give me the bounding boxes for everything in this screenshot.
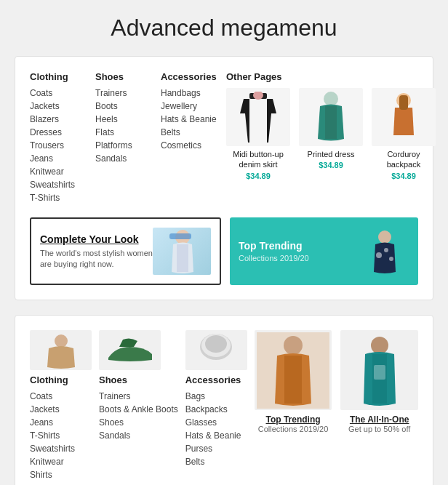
menu2-item-backpacks[interactable]: Backpacks <box>185 404 247 414</box>
svg-rect-7 <box>169 233 191 239</box>
product-card-2[interactable]: Printed dress $34.89 <box>299 88 363 180</box>
product-img-2 <box>299 88 363 146</box>
featured-card-trending[interactable]: Top Trending Collections 2019/20 <box>255 330 332 433</box>
menu-item-flats[interactable]: Flats <box>95 127 153 137</box>
menu-item-blazers[interactable]: Blazers <box>30 114 88 124</box>
svg-point-2 <box>324 92 338 106</box>
menu2-item-jeans[interactable]: Jeans <box>30 417 92 428</box>
menu-item-boots[interactable]: Boots <box>95 101 153 111</box>
banner-trending-text: Top Trending Collections 2019/20 <box>239 240 359 262</box>
menu-item-sweatshirts[interactable]: Sweatshirts <box>30 180 88 190</box>
menu-item-knitwear[interactable]: Knitwear <box>30 167 88 177</box>
menu2-item-tshirts[interactable]: T-Shirts <box>30 430 92 441</box>
menu1-shoes-col: Shoes Trainers Boots Heels Flats Platfor… <box>95 71 161 206</box>
menu2-item-hats[interactable]: Hats & Beanie <box>185 430 247 441</box>
menu2-clothing-img <box>30 330 92 370</box>
svg-rect-19 <box>284 356 302 404</box>
featured-products: Top Trending Collections 2019/20 The All… <box>255 330 418 433</box>
menu2-clothing-col: Clothing Coats Jackets Jeans T-Shirts Sw… <box>30 330 99 483</box>
menu-item-tshirts[interactable]: T-Shirts <box>30 193 88 203</box>
megamenu-panel-2: Clothing Coats Jackets Jeans T-Shirts Sw… <box>15 315 433 485</box>
menu2-shoes-img <box>99 330 161 370</box>
menu2-item-shirts[interactable]: Shirts <box>30 470 92 480</box>
menu2-item-sandals[interactable]: Sandals <box>99 430 178 441</box>
menu2-item-glasses[interactable]: Glasses <box>185 417 247 428</box>
menu2-accessories-col: Accessories Bags Backpacks Glasses Hats … <box>185 330 255 470</box>
menu-item-platforms[interactable]: Platforms <box>95 140 153 151</box>
menu1-columns: Clothing Coats Jackets Blazers Dresses T… <box>30 71 418 206</box>
product-price-3: $34.89 <box>372 172 436 180</box>
banner-trending-image <box>359 228 409 275</box>
svg-point-16 <box>205 335 227 353</box>
banner-complete-sub: The world's most stylish women are buyin… <box>40 248 153 269</box>
banner-complete-title: Complete Your Look <box>40 233 153 245</box>
menu-item-dresses[interactable]: Dresses <box>30 127 88 137</box>
menu2-item-purses[interactable]: Purses <box>185 444 247 454</box>
menu1-clothing-header: Clothing <box>30 71 88 82</box>
menu-item-jeans[interactable]: Jeans <box>30 153 88 164</box>
product-price-2: $34.89 <box>299 161 363 169</box>
banner-top-trending[interactable]: Top Trending Collections 2019/20 <box>230 217 418 285</box>
featured-label-trending: Top Trending <box>255 414 332 425</box>
other-pages-products: Midi button-up denim skirt $34.89 Printe… <box>226 88 411 180</box>
banner-complete-image <box>153 228 211 275</box>
menu2-item-trainers[interactable]: Trainers <box>99 391 178 401</box>
featured-img-trending <box>255 330 332 410</box>
menu-item-trousers[interactable]: Trousers <box>30 140 88 151</box>
menu-item-trainers[interactable]: Trainers <box>95 88 153 98</box>
menu1-other-header: Other Pages <box>226 71 411 82</box>
svg-point-10 <box>376 252 382 258</box>
menu1-banner-row: Complete Your Look The world's most styl… <box>30 217 418 285</box>
menu2-item-knitwear[interactable]: Knitwear <box>30 457 92 467</box>
product-card-3[interactable]: Corduroy backpack $34.89 <box>372 88 436 180</box>
featured-img-allinone <box>340 330 418 410</box>
menu1-shoes-header: Shoes <box>95 71 153 82</box>
menu-item-jackets[interactable]: Jackets <box>30 101 88 111</box>
product-name-1: Midi button-up denim skirt <box>226 149 290 170</box>
featured-sublabel-trending: Collections 2019/20 <box>255 425 332 433</box>
menu2-shoes-header: Shoes <box>99 374 178 385</box>
menu2-item-coats[interactable]: Coats <box>30 391 92 401</box>
menu2-accessories-img <box>185 330 247 370</box>
product-img-3 <box>372 88 436 146</box>
menu-item-jewellery[interactable]: Jewellery <box>161 101 219 111</box>
menu2-item-shoes[interactable]: Shoes <box>99 417 178 428</box>
menu-item-coats[interactable]: Coats <box>30 88 88 98</box>
menu2-columns: Clothing Coats Jackets Jeans T-Shirts Sw… <box>30 330 418 483</box>
menu-item-belts[interactable]: Belts <box>161 127 219 137</box>
banner-trending-title: Top Trending <box>239 240 359 252</box>
menu-item-heels[interactable]: Heels <box>95 114 153 124</box>
menu-item-handbags[interactable]: Handbags <box>161 88 219 98</box>
menu-item-sandals[interactable]: Sandals <box>95 153 153 164</box>
product-img-1 <box>226 88 290 146</box>
menu-item-cosmetics[interactable]: Cosmetics <box>161 140 219 151</box>
svg-point-9 <box>378 231 391 244</box>
product-name-3: Corduroy backpack <box>372 149 436 170</box>
banner-complete-text: Complete Your Look The world's most styl… <box>40 233 153 269</box>
menu1-acc-header: Accessories <box>161 71 219 82</box>
featured-card-allinone[interactable]: The All-In-One Get up to 50% off <box>340 330 418 433</box>
svg-rect-23 <box>374 365 385 380</box>
svg-point-18 <box>284 336 303 355</box>
menu2-item-belts[interactable]: Belts <box>185 457 247 467</box>
menu2-acc-header: Accessories <box>185 374 247 385</box>
svg-point-13 <box>55 334 68 348</box>
banner-complete-your-look[interactable]: Complete Your Look The world's most styl… <box>30 217 221 285</box>
svg-point-11 <box>384 248 388 252</box>
product-price-1: $34.89 <box>226 172 290 180</box>
menu2-item-bags[interactable]: Bags <box>185 391 247 401</box>
menu2-item-boots-ankle[interactable]: Boots & Ankle Boots <box>99 404 178 414</box>
svg-rect-3 <box>325 106 337 139</box>
menu2-item-jackets[interactable]: Jackets <box>30 404 92 414</box>
svg-rect-8 <box>177 244 188 272</box>
product-card-1[interactable]: Midi button-up denim skirt $34.89 <box>226 88 290 180</box>
featured-sublabel-allinone: Get up to 50% off <box>340 425 418 433</box>
banner-trending-sub: Collections 2019/20 <box>239 254 359 262</box>
menu2-item-sweatshirts[interactable]: Sweatshirts <box>30 444 92 454</box>
menu2-shoes-col: Shoes Trainers Boots & Ankle Boots Shoes… <box>99 330 185 444</box>
menu-item-hatsbeanie[interactable]: Hats & Beanie <box>161 114 219 124</box>
menu2-clothing-header: Clothing <box>30 374 92 385</box>
menu1-clothing-col: Clothing Coats Jackets Blazers Dresses T… <box>30 71 95 206</box>
megamenu-panel-1: Clothing Coats Jackets Blazers Dresses T… <box>15 56 433 300</box>
menu1-other-col: Other Pages Midi button-up denim skirt $… <box>226 71 418 206</box>
